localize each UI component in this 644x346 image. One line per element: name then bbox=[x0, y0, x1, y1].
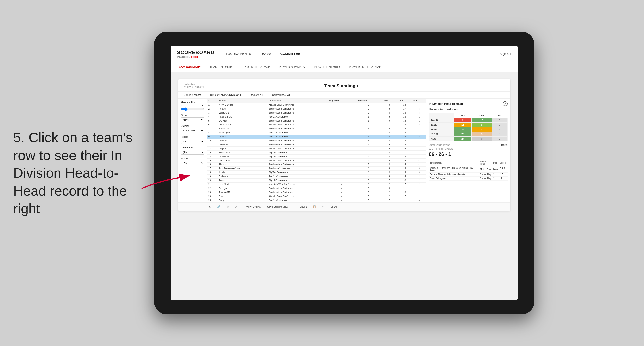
toolbar-share[interactable]: Share bbox=[329, 205, 339, 209]
cell-tour: 24 bbox=[397, 147, 412, 151]
cell-rds: 8 bbox=[383, 131, 397, 135]
h2h-tie-cell: 0 bbox=[492, 118, 507, 123]
col-num: # bbox=[207, 99, 218, 103]
division-select[interactable]: NCAA Division I bbox=[181, 128, 204, 133]
toolbar-save-custom[interactable]: Save Custom View bbox=[266, 205, 290, 209]
toolbar-refresh[interactable]: ⟲ bbox=[320, 204, 326, 209]
cell-num: 7 bbox=[207, 127, 218, 131]
table-row[interactable]: 4 Arizona State Pac-12 Conference - 3 9 … bbox=[207, 115, 426, 119]
cell-conf-rank: 3 bbox=[354, 178, 383, 182]
nav-links: TOURNAMENTS TEAMS COMMITTEE bbox=[226, 51, 500, 57]
tournament-row: Arizona Thunderbirds Intercollegiate Str… bbox=[429, 173, 508, 176]
cell-win: 6 bbox=[412, 107, 426, 111]
toolbar-box[interactable]: ⊡ bbox=[225, 204, 230, 209]
table-row[interactable]: 17 East Tennessee State Southern Confere… bbox=[207, 167, 426, 171]
table-row[interactable]: 15 Georgia Tech Atlantic Coast Conferenc… bbox=[207, 159, 426, 163]
cell-rds: 9 bbox=[383, 155, 397, 159]
toolbar-timer[interactable]: ⏱ bbox=[233, 205, 239, 209]
sub-nav-player-h2h-heatmap[interactable]: PLAYER H2H HEATMAP bbox=[349, 64, 381, 70]
arrow-pointer bbox=[137, 167, 199, 193]
record-value: 86 - 26 - 1 bbox=[429, 151, 451, 157]
table-row[interactable]: 11 Arkansas Southeastern Conference - 6 … bbox=[207, 143, 426, 147]
table-row[interactable]: 13 Texas Tech Big 12 Conference - 1 9 27… bbox=[207, 151, 426, 155]
region-select[interactable]: N/A bbox=[181, 139, 204, 144]
table-row[interactable]: 7 Tennessee Southeastern Conference - 4 … bbox=[207, 127, 426, 131]
table-row[interactable]: 20 Texas Big 12 Conference - 3 7 20 2 bbox=[207, 178, 426, 182]
table-row[interactable]: 3 Vanderbilt Southeastern Conference - 2… bbox=[207, 111, 426, 115]
cell-reg-rank: - bbox=[328, 139, 355, 143]
table-row[interactable]: 24 Duke Atlantic Coast Conference - 5 9 … bbox=[207, 194, 426, 198]
toolbar-undo[interactable]: ↺ bbox=[182, 204, 188, 209]
min-rounds-slider[interactable] bbox=[181, 107, 204, 111]
table-row[interactable]: 2 Auburn Southeastern Conference - 1 9 2… bbox=[207, 107, 426, 111]
cell-school: North Carolina bbox=[218, 103, 267, 107]
cell-tour: 23 bbox=[397, 143, 412, 147]
table-row[interactable]: 6 Florida State Atlantic Coast Conferenc… bbox=[207, 123, 426, 127]
table-row[interactable]: 16 Florida Southeastern Conference - 7 9… bbox=[207, 163, 426, 167]
table-row[interactable]: 10 Alabama Southeastern Conference - 5 8… bbox=[207, 139, 426, 143]
school-select[interactable]: (All) bbox=[181, 161, 204, 166]
table-row[interactable]: 19 California Pac-12 Conference - 4 8 24… bbox=[207, 174, 426, 178]
toolbar-view-original[interactable]: View: Original bbox=[244, 205, 263, 209]
toolbar-forward[interactable]: → bbox=[199, 205, 205, 209]
sub-nav-team-summary[interactable]: TEAM SUMMARY bbox=[177, 64, 201, 70]
nav-teams[interactable]: TEAMS bbox=[260, 51, 272, 57]
table-row[interactable]: 21 New Mexico Mountain West Conference -… bbox=[207, 182, 426, 186]
sub-nav-team-h2h-grid[interactable]: TEAM H2H GRID bbox=[210, 64, 232, 70]
table-row[interactable]: 9 Arizona Pac-12 Conference - 3 8 23 2 bbox=[207, 135, 426, 139]
tablet-screen: SCOREBOARD Powered by clippd TOURNAMENTS… bbox=[170, 46, 518, 300]
table-row[interactable]: 25 Oregon Pac-12 Conference - 5 7 21 0 bbox=[207, 198, 426, 202]
toolbar-watch[interactable]: 👁 Watch bbox=[295, 205, 308, 209]
cell-win: 2 bbox=[412, 155, 426, 159]
h2h-row-label: >100 bbox=[429, 137, 454, 141]
h2h-win-cell: 3 bbox=[454, 118, 472, 123]
sub-nav-player-summary[interactable]: PLAYER SUMMARY bbox=[279, 64, 306, 70]
cell-conference: Pac-12 Conference bbox=[267, 131, 328, 135]
cell-num: 19 bbox=[207, 174, 218, 178]
cell-num: 16 bbox=[207, 163, 218, 167]
table-row[interactable]: 12 Virginia Atlantic Coast Conference - … bbox=[207, 147, 426, 151]
h2h-win-cell: 11 bbox=[454, 123, 472, 127]
sign-out-button[interactable]: Sign out bbox=[500, 52, 511, 56]
cell-win: 2 bbox=[412, 182, 426, 186]
cell-conference: Pac-12 Conference bbox=[267, 174, 328, 178]
table-row[interactable]: 18 Illinois Big Ten Conference - 1 9 23 … bbox=[207, 171, 426, 174]
toolbar-grid[interactable]: ⊞ bbox=[207, 204, 213, 209]
table-row[interactable]: 8 Washington Pac-12 Conference - 2 8 23 … bbox=[207, 131, 426, 135]
filter-group-min-rounds: Minimum Rou... 4 20 bbox=[181, 101, 204, 111]
h2h-close-button[interactable]: ✕ bbox=[503, 101, 508, 106]
filter-group-region: Region N/A bbox=[181, 136, 204, 144]
table-row[interactable]: 5 Ole Miss Southeastern Conference - 3 6… bbox=[207, 119, 426, 123]
cell-num: 15 bbox=[207, 159, 218, 163]
cell-reg-rank: - bbox=[328, 198, 355, 202]
table-row[interactable]: 23 Texas A&M Southeastern Conference - 9… bbox=[207, 190, 426, 194]
tournament-table: Tournament Event Type Pos Score Jackson … bbox=[429, 160, 508, 180]
cell-num: 23 bbox=[207, 190, 218, 194]
sub-nav-team-h2h-heatmap[interactable]: TEAM H2H HEATMAP bbox=[241, 64, 270, 70]
cell-tour: 20 bbox=[397, 178, 412, 182]
gender-select[interactable]: Men's bbox=[181, 117, 204, 122]
table-row[interactable]: 1 North Carolina Atlantic Coast Conferen… bbox=[207, 103, 426, 107]
tournament-row: Cabo Collegiate Stroke Play 11 17 bbox=[429, 176, 508, 180]
cell-tour: 21 bbox=[397, 186, 412, 190]
toolbar-link[interactable]: 🔗 bbox=[216, 204, 222, 209]
table-row[interactable]: 14 Oklahoma Big 12 Conference - 2 9 26 2 bbox=[207, 155, 426, 159]
cell-rds: 9 bbox=[383, 190, 397, 194]
cell-rds: 6 bbox=[383, 119, 397, 123]
table-row[interactable]: 22 Georgia Southeastern Conference - 8 8… bbox=[207, 186, 426, 190]
conference-select[interactable]: (All) bbox=[181, 150, 204, 155]
nav-tournaments[interactable]: TOURNAMENTS bbox=[226, 51, 251, 57]
sub-nav-player-h2h-grid[interactable]: PLAYER H2H GRID bbox=[314, 64, 340, 70]
toolbar-clipboard[interactable]: 📋 bbox=[311, 204, 318, 209]
cell-tour: 23 bbox=[397, 139, 412, 143]
cell-win: 5 bbox=[412, 111, 426, 115]
col-win: Win bbox=[412, 99, 426, 103]
nav-committee[interactable]: COMMITTEE bbox=[280, 51, 300, 57]
cell-num: 25 bbox=[207, 198, 218, 202]
region-filter-label: Region bbox=[181, 136, 204, 138]
cell-win: 2 bbox=[412, 143, 426, 147]
cell-school: California bbox=[218, 174, 267, 178]
cell-tour: 24 bbox=[397, 174, 412, 178]
cell-num: 22 bbox=[207, 186, 218, 190]
toolbar-back[interactable]: ← bbox=[190, 205, 196, 209]
